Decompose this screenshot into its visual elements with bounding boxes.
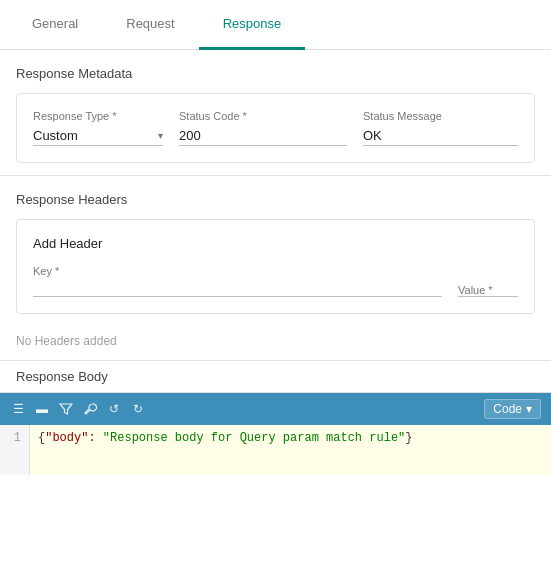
align-left-icon[interactable]: ☰ [10,401,26,417]
value-field-wrapper: Value * [458,284,518,297]
tab-response[interactable]: Response [199,0,306,50]
status-message-group: Status Message [363,110,518,146]
response-headers-section: Response Headers Add Header Key * Value … [0,176,551,326]
status-code-input[interactable] [179,126,347,146]
undo-icon[interactable]: ↺ [106,401,122,417]
response-type-value: Custom [33,128,154,143]
line-numbers: 1 [0,425,30,475]
tabs-bar: General Request Response [0,0,551,50]
response-body-title: Response Body [0,361,551,392]
response-type-arrow-icon: ▾ [158,130,163,141]
code-toolbar: ☰ ▬ ↺ ↻ Code ▾ [0,393,551,425]
code-dropdown-label: Code [493,402,522,416]
response-metadata-card: Response Type * Custom ▾ Status Code * S… [16,93,535,163]
line-number-1: 1 [8,431,21,445]
response-headers-card: Add Header Key * Value * [16,219,535,314]
header-inputs-row: Key * Value * [33,265,518,297]
response-type-dropdown[interactable]: Custom ▾ [33,126,163,146]
response-type-group: Response Type * Custom ▾ [33,110,163,146]
key-field-wrapper: Key * [33,265,442,297]
status-message-label: Status Message [363,110,518,122]
response-metadata-section: Response Metadata Response Type * Custom… [0,50,551,175]
response-type-label: Response Type * [33,110,163,122]
code-dropdown-arrow-icon: ▾ [526,402,532,416]
code-area: 1 {"body": "Response body for Query para… [0,425,551,475]
code-content[interactable]: {"body": "Response body for Query param … [30,425,551,475]
key-input[interactable] [33,277,442,296]
status-code-label: Status Code * [179,110,347,122]
filter-icon[interactable] [58,401,74,417]
tab-general[interactable]: General [8,0,102,50]
no-headers-message: No Headers added [0,326,551,356]
tab-request[interactable]: Request [102,0,198,50]
response-headers-title: Response Headers [16,192,535,207]
response-metadata-title: Response Metadata [16,66,535,81]
add-header-row: Add Header [33,236,518,251]
key-label: Key * [33,265,442,277]
wrench-icon[interactable] [82,401,98,417]
redo-icon[interactable]: ↻ [130,401,146,417]
value-label: Value * [458,284,518,296]
code-dropdown-button[interactable]: Code ▾ [484,399,541,419]
list-icon[interactable]: ▬ [34,401,50,417]
metadata-row: Response Type * Custom ▾ Status Code * S… [33,110,518,146]
status-message-input[interactable] [363,126,518,146]
status-code-group: Status Code * [179,110,347,146]
add-header-label: Add Header [33,236,102,251]
code-editor: ☰ ▬ ↺ ↻ Code ▾ 1 {"body": "Response body… [0,392,551,475]
